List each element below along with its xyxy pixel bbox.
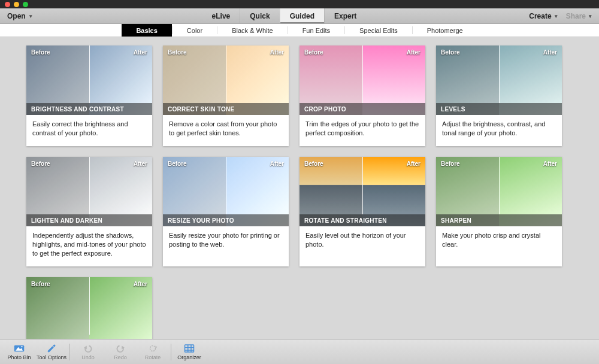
after-label: After [270,160,284,167]
mode-tab-label: eLive [212,12,231,20]
tool-options-button[interactable]: Tool Options [36,344,67,360]
subtab-label: Photomerge [427,27,463,34]
window-close-button[interactable] [5,2,10,7]
open-menu-label: Open [7,12,26,20]
mode-tab-label: Expert [334,12,356,20]
card-brightness-and-contrast[interactable]: Before After BRIGHTNESS AND CONTRAST Eas… [26,46,152,146]
before-label: Before [31,160,50,167]
before-label: Before [168,49,187,56]
mode-tab-elive[interactable]: eLive [202,8,240,23]
subtab-special-edits[interactable]: Special Edits [345,24,412,37]
after-label: After [134,49,147,56]
card-description: Easily level out the horizon of your pho… [300,226,425,257]
toolbar-separator [69,344,70,360]
subtab-black-white[interactable]: Black & White [217,24,287,37]
subtab-label: Black & White [232,27,273,34]
card-lighten-and-darken[interactable]: Before After LIGHTEN AND DARKEN Independ… [26,157,152,266]
photo-bin-icon [14,344,25,353]
after-label: After [270,49,284,56]
svg-point-5 [150,345,156,351]
after-label: After [134,160,147,167]
card-description: Easily resize your photo for printing or… [163,226,289,257]
before-label: Before [441,160,460,167]
rotate-icon [147,344,158,353]
redo-button: Redo [105,344,136,360]
tool-label: Undo [81,354,95,360]
chevron-down-icon: ▾ [555,13,558,19]
before-label: Before [31,281,50,287]
subtab-color[interactable]: Color [173,24,217,37]
after-label: After [543,160,557,167]
subtab-fun-edits[interactable]: Fun Edits [288,24,344,37]
undo-icon [83,344,93,353]
subtab-label: Fun Edits [302,27,330,34]
mode-tab-guided[interactable]: Guided [280,8,324,23]
subtab-photomerge[interactable]: Photomerge [413,24,477,37]
card-thumbnail: Before After [26,277,152,339]
create-menu-label: Create [529,12,551,20]
tool-label: Tool Options [37,354,66,360]
redo-icon [115,344,126,353]
undo-button: Undo [72,344,104,360]
chevron-down-icon: ▾ [589,13,592,19]
card-thumbnail: Before After ROTATE AND STRAIGHTEN [300,157,425,226]
rotate-button: Rotate [137,344,168,360]
open-menu-button[interactable]: Open ▾ [0,8,40,23]
card-description: Easily correct the brightness and contra… [26,115,152,146]
subtab-label: Special Edits [359,27,398,34]
before-label: Before [304,160,323,167]
window-titlebar [0,0,599,8]
toolbar-separator [171,344,171,360]
card-title: CORRECT SKIN TONE [163,103,289,115]
card-levels[interactable]: Before After LEVELS Adjust the brightnes… [436,46,562,146]
subtab-basics[interactable]: Basics [122,24,171,37]
card-description: Adjust the brightness, contrast, and ton… [436,115,562,146]
svg-rect-7 [185,345,194,352]
card-crop-photo[interactable]: Before After CROP PHOTO Trim the edges o… [300,46,425,146]
card-title: LEVELS [436,103,562,115]
card-description: Make your photo crisp and crystal clear. [436,226,562,257]
window-maximize-button[interactable] [23,2,28,7]
top-toolbar: Open ▾ eLive Quick Guided Expert Create … [0,8,599,24]
card-title: RESIZE YOUR PHOTO [163,214,289,226]
card-thumbnail: Before After RESIZE YOUR PHOTO [163,157,289,226]
mode-tab-quick[interactable]: Quick [240,8,279,23]
svg-marker-6 [156,345,158,348]
card-resize-your-photo[interactable]: Before After RESIZE YOUR PHOTO Easily re… [163,157,289,266]
card-vignette-effect[interactable]: Before After [26,277,152,339]
card-title: BRIGHTNESS AND CONTRAST [26,103,152,115]
card-rotate-and-straighten[interactable]: Before After ROTATE AND STRAIGHTEN Easil… [300,157,425,266]
card-description: Trim the edges of your photo to get the … [300,115,425,146]
tool-label: Redo [114,354,127,360]
after-label: After [134,281,147,287]
card-description: Independently adjust the shadows, highli… [26,226,152,266]
after-label: After [407,49,420,56]
share-menu-button: Share ▾ [566,12,592,20]
card-title: CROP PHOTO [300,103,425,115]
card-sharpen[interactable]: Before After SHARPEN Make your photo cri… [436,157,562,266]
before-label: Before [441,49,460,56]
card-thumbnail: Before After CORRECT SKIN TONE [163,46,289,115]
organizer-button[interactable]: Organizer [174,344,205,360]
card-title: SHARPEN [436,214,562,226]
card-thumbnail: Before After BRIGHTNESS AND CONTRAST [26,46,152,115]
tool-label: Photo Bin [7,354,31,360]
organizer-icon [184,344,195,353]
before-label: Before [31,49,50,56]
after-label: After [407,160,420,167]
subtab-label: Color [187,27,202,34]
guided-card-grid: Before After BRIGHTNESS AND CONTRAST Eas… [26,46,577,339]
card-thumbnail: Before After SHARPEN [436,157,562,226]
mode-tab-expert[interactable]: Expert [324,8,366,23]
tool-label: Rotate [145,354,161,360]
tool-options-icon [46,344,57,353]
svg-point-2 [21,345,22,347]
card-correct-skin-tone[interactable]: Before After CORRECT SKIN TONE Remove a … [163,46,289,146]
photo-bin-button[interactable]: Photo Bin [4,344,35,360]
card-description: Remove a color cast from your photo to g… [163,115,289,146]
workspace-mode-tabs: eLive Quick Guided Expert [202,8,367,23]
chevron-down-icon: ▾ [29,13,32,19]
window-minimize-button[interactable] [14,2,19,7]
right-actions: Create ▾ Share ▾ [529,8,599,23]
create-menu-button[interactable]: Create ▾ [529,12,557,20]
